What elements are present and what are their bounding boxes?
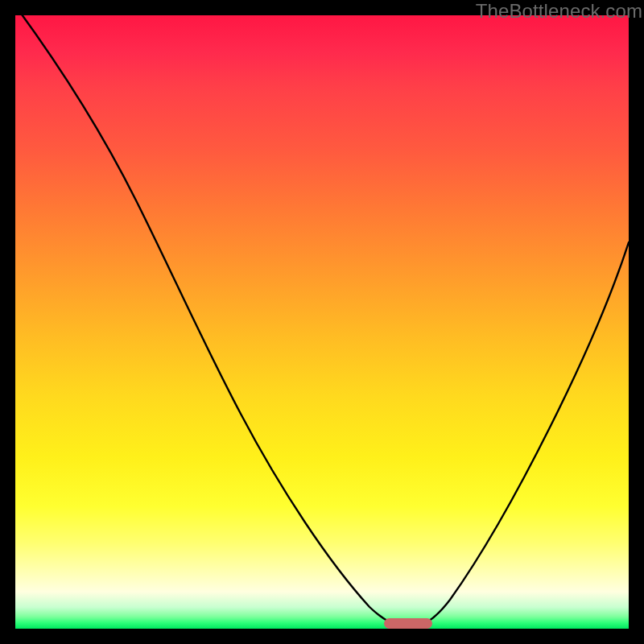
watermark-text: TheBottleneck.com: [476, 0, 642, 23]
optimal-marker: [384, 618, 432, 629]
chart-frame: TheBottleneck.com: [0, 0, 644, 644]
chart-plot-area: [15, 15, 629, 629]
bottleneck-curve: [15, 15, 629, 629]
